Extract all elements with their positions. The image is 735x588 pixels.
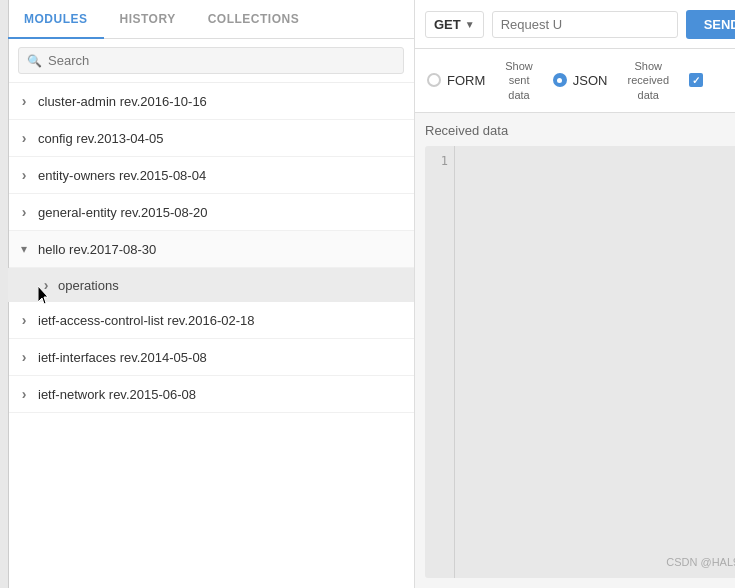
- form-radio[interactable]: [427, 73, 441, 87]
- data-editor: 1 CSDN @HAL9000pp: [425, 146, 735, 578]
- right-panel: GET ▼ SEND FORM Showsentdata JSON Showre…: [415, 0, 735, 588]
- received-area: Received data 1 CSDN @HAL9000pp: [415, 113, 735, 588]
- show-received-label: Showreceiveddata: [627, 59, 669, 102]
- chevron-right-icon: [16, 93, 32, 109]
- form-options-bar: FORM Showsentdata JSON Showreceiveddata: [415, 49, 735, 113]
- url-input[interactable]: [492, 11, 678, 38]
- show-received-checkbox[interactable]: [689, 73, 703, 87]
- list-item[interactable]: ietf-network rev.2015-06-08: [8, 376, 414, 413]
- top-toolbar: GET ▼ SEND: [415, 0, 735, 49]
- watermark: CSDN @HAL9000pp: [666, 556, 735, 568]
- chevron-right-icon: [16, 167, 32, 183]
- chevron-right-icon: [16, 130, 32, 146]
- tab-history[interactable]: HISTORY: [104, 0, 192, 38]
- method-select[interactable]: GET ▼: [425, 11, 484, 38]
- list-item[interactable]: entity-owners rev.2015-08-04: [8, 157, 414, 194]
- sidebar: MODULES HISTORY COLLECTIONS 🔍 cluster-ad…: [0, 0, 415, 588]
- module-list: cluster-admin rev.2016-10-16 config rev.…: [8, 83, 414, 588]
- cursor-icon: [38, 286, 54, 306]
- json-label: JSON: [573, 73, 608, 88]
- form-label: FORM: [447, 73, 485, 88]
- line-numbers: 1: [425, 146, 455, 578]
- svg-marker-0: [38, 286, 48, 304]
- show-sent-label: Showsentdata: [505, 59, 533, 102]
- form-radio-group: FORM: [427, 73, 485, 88]
- search-input[interactable]: [48, 53, 395, 68]
- json-radio[interactable]: [553, 73, 567, 87]
- json-radio-group: JSON: [553, 73, 608, 88]
- chevron-down-icon: [16, 241, 32, 257]
- chevron-right-icon: [16, 312, 32, 328]
- tab-collections[interactable]: COLLECTIONS: [192, 0, 316, 38]
- list-item[interactable]: general-entity rev.2015-08-20: [8, 194, 414, 231]
- list-item[interactable]: ietf-access-control-list rev.2016-02-18: [8, 302, 414, 339]
- list-item[interactable]: ietf-interfaces rev.2014-05-08: [8, 339, 414, 376]
- chevron-right-icon: [16, 349, 32, 365]
- tab-modules[interactable]: MODULES: [8, 0, 104, 38]
- dropdown-arrow-icon: ▼: [465, 19, 475, 30]
- sub-item-operations[interactable]: operations: [8, 268, 414, 302]
- send-button[interactable]: SEND: [686, 10, 735, 39]
- search-wrapper: 🔍: [18, 47, 404, 74]
- method-label: GET: [434, 17, 461, 32]
- chevron-right-icon: [16, 204, 32, 220]
- chevron-right-icon: [16, 386, 32, 402]
- list-item[interactable]: cluster-admin rev.2016-10-16: [8, 83, 414, 120]
- tab-bar: MODULES HISTORY COLLECTIONS: [8, 0, 414, 39]
- list-item[interactable]: config rev.2013-04-05: [8, 120, 414, 157]
- show-received-group: [689, 73, 703, 87]
- search-icon: 🔍: [27, 54, 42, 68]
- search-box: 🔍: [8, 39, 414, 83]
- received-label: Received data: [425, 123, 735, 138]
- list-item-hello[interactable]: hello rev.2017-08-30: [8, 231, 414, 268]
